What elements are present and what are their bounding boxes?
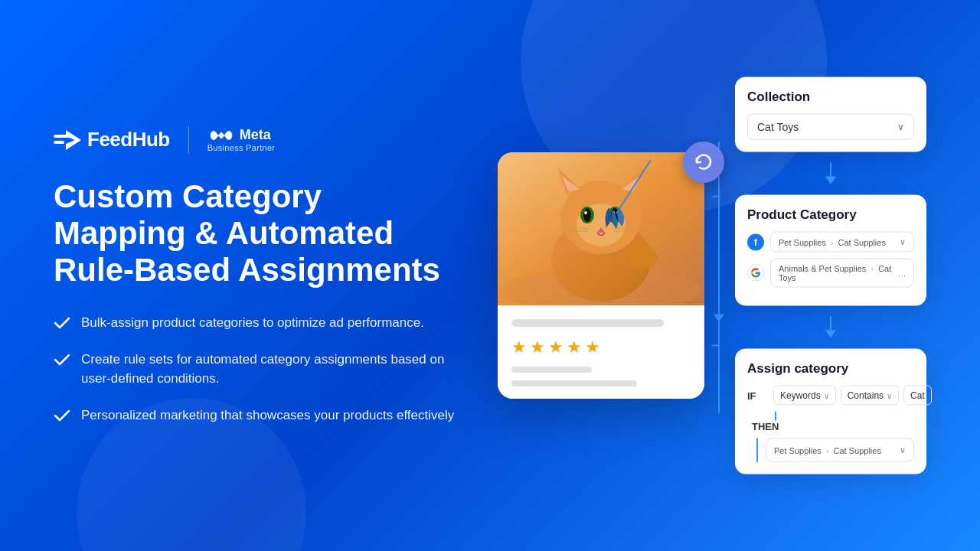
product-card: ★ ★ ★ ★ ★ [498, 152, 704, 399]
facebook-icon: f [747, 233, 764, 250]
svg-point-24 [631, 243, 652, 261]
keywords-select[interactable]: Keywords ∨ [773, 386, 836, 406]
star-3: ★ [548, 337, 564, 357]
then-subcategory-value: Cat Supplies [834, 445, 881, 455]
right-panels: Collection Cat Toys ∨ Product Category f [735, 77, 926, 474]
google-category-select[interactable]: Animals & Pet Supplies › Cat Toys ... [770, 259, 914, 288]
product-image [498, 152, 704, 305]
contains-select[interactable]: Contains ∨ [841, 386, 899, 406]
feature-text-2: Create rule sets for automated category … [81, 350, 467, 389]
collection-select[interactable]: Cat Toys ∨ [747, 114, 914, 140]
collection-title: Collection [747, 90, 914, 105]
google-chevron-icon: ... [899, 269, 906, 278]
meta-subtitle: Business Partner [207, 143, 276, 152]
product-category-panel: Product Category f Pet Supplies › Cat Su… [735, 195, 926, 306]
google-category-value: Animals & Pet Supplies [779, 264, 866, 273]
if-label: IF [747, 390, 769, 401]
logos-row: FeedHub Meta Business Partner [54, 126, 467, 154]
star-5: ★ [585, 337, 600, 357]
feature-item-2: Create rule sets for automated category … [54, 350, 467, 389]
main-heading: Custom Category Mapping & Automated Rule… [54, 178, 467, 289]
then-content: Pet Supplies › Cat Supplies ∨ [756, 439, 914, 462]
fb-category-value: Pet Supplies [779, 237, 826, 246]
feature-item-3: Personalized marketing that showcases yo… [54, 406, 467, 425]
right-section: ★ ★ ★ ★ ★ [467, 0, 926, 551]
assign-category-title: Assign category [747, 361, 914, 377]
product-bar-3 [511, 380, 637, 386]
logo-divider [188, 126, 189, 154]
product-info: ★ ★ ★ ★ ★ [498, 305, 704, 399]
contains-chevron-icon: ∨ [887, 391, 892, 399]
left-section: FeedHub Meta Business Partner Custom Cat… [54, 126, 467, 425]
check-icon-2 [54, 351, 70, 368]
then-section: THEN Pet Supplies › Cat Supplies ∨ [752, 421, 914, 462]
feedhub-name: FeedHub [87, 128, 170, 152]
assign-category-panel: Assign category IF Keywords ∨ Contains ∨… [735, 349, 926, 474]
product-bar-2 [511, 367, 592, 373]
meta-logo: Meta Business Partner [207, 127, 276, 152]
cat-input[interactable]: Cat [903, 386, 932, 406]
check-icon-3 [54, 407, 70, 424]
feature-list: Bulk-assign product categories to optimi… [54, 313, 467, 425]
panel-connector-1 [735, 163, 926, 184]
main-container: FeedHub Meta Business Partner Custom Cat… [0, 0, 980, 551]
svg-point-15 [584, 211, 587, 214]
then-label: THEN [752, 421, 914, 432]
fb-category-select[interactable]: Pet Supplies › Cat Supplies ∨ [770, 232, 914, 253]
then-chevron-icon: ∨ [900, 445, 906, 455]
star-2: ★ [530, 337, 545, 357]
cat-illustration [498, 152, 704, 305]
star-1: ★ [511, 337, 527, 357]
svg-point-13 [583, 208, 591, 222]
feedhub-logo: FeedHub [54, 128, 170, 152]
collection-selected-value: Cat Toys [757, 121, 799, 133]
svg-rect-1 [54, 141, 64, 144]
chevron-down-icon: ∨ [897, 122, 904, 132]
feature-text-3: Personalized marketing that showcases yo… [81, 406, 454, 425]
star-4: ★ [567, 337, 582, 357]
product-bar-1 [511, 319, 664, 327]
then-category-value: Pet Supplies [774, 445, 822, 455]
fb-subcategory-value: Cat Supplies [838, 237, 886, 246]
feature-text-1: Bulk-assign product categories to optimi… [81, 313, 424, 333]
feature-item-1: Bulk-assign product categories to optimi… [54, 313, 467, 333]
collection-panel: Collection Cat Toys ∨ [735, 77, 926, 152]
stars-row: ★ ★ ★ ★ ★ [511, 337, 691, 357]
panel-connector-2 [735, 317, 926, 338]
if-row: IF Keywords ∨ Contains ∨ Cat [747, 386, 914, 406]
refresh-button[interactable] [683, 142, 724, 183]
meta-icon [207, 128, 235, 143]
refresh-icon [693, 152, 714, 173]
fb-chevron-icon: ∨ [900, 237, 906, 247]
check-icon-1 [54, 315, 70, 331]
if-then-connector [775, 412, 776, 421]
fb-category-row: f Pet Supplies › Cat Supplies ∨ [747, 232, 914, 253]
then-category-select[interactable]: Pet Supplies › Cat Supplies ∨ [766, 439, 914, 462]
keywords-chevron-icon: ∨ [824, 391, 829, 399]
product-category-title: Product Category [747, 207, 914, 223]
side-connector [718, 142, 720, 413]
meta-label: Meta [240, 127, 271, 143]
google-icon [747, 265, 764, 282]
google-category-row: Animals & Pet Supplies › Cat Toys ... [747, 259, 914, 288]
feedhub-icon [54, 129, 81, 152]
